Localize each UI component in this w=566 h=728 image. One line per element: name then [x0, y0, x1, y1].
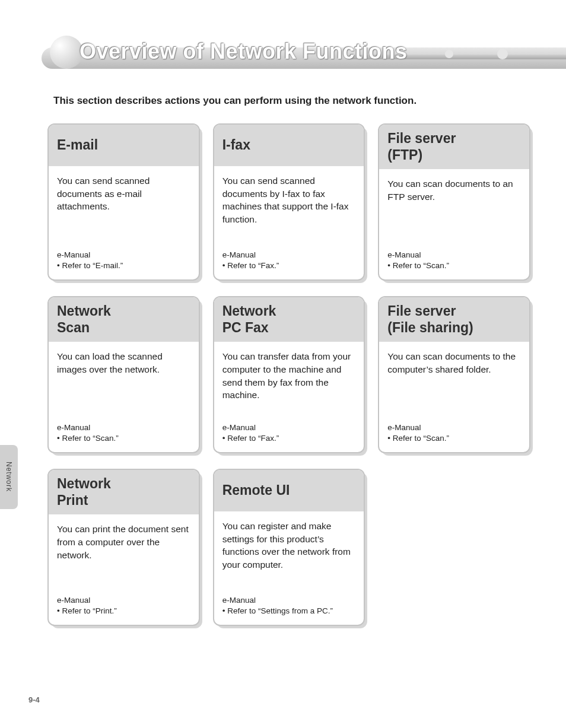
card-title: Network Scan — [57, 303, 111, 336]
ref-label: e-Manual — [387, 422, 521, 433]
card: Network PC Fax You can transfer data fro… — [213, 296, 365, 453]
card-title: File server (FTP) — [387, 131, 456, 163]
card-network-print: Network Print You can print the document… — [47, 469, 200, 626]
card-head: File server (FTP) — [379, 125, 529, 169]
card-description: You can transfer data from your computer… — [214, 342, 364, 417]
ref-label: e-Manual — [57, 595, 190, 606]
card-description: You can send scanned documents by I-fax … — [214, 166, 364, 245]
ref-label: e-Manual — [57, 422, 190, 433]
card-reference: e-Manual • Refer to “Scan.” — [49, 418, 199, 452]
intro-text: This section describes actions you can p… — [53, 95, 530, 107]
page-title: Overview of Network Functions — [80, 39, 408, 64]
card-title: Remote UI — [222, 482, 290, 499]
ref-text: • Refer to “Print.” — [57, 606, 190, 616]
card-remote-ui: Remote UI You can register and make sett… — [213, 469, 365, 626]
ref-text: • Refer to “Scan.” — [57, 433, 190, 444]
card-reference: e-Manual • Refer to “Settings from a PC.… — [214, 590, 364, 625]
card: Network Print You can print the document… — [47, 469, 200, 626]
ref-label: e-Manual — [222, 250, 356, 260]
decor-dot — [445, 50, 453, 58]
card: File server (File sharing) You can scan … — [378, 296, 530, 453]
ref-label: e-Manual — [222, 595, 356, 606]
page-number: 9-4 — [28, 695, 40, 704]
card-description: You can send scanned documents as e-mail… — [49, 166, 199, 245]
ref-text: • Refer to “Settings from a PC.” — [222, 606, 356, 616]
card-title: Network PC Fax — [222, 303, 276, 336]
card-reference: e-Manual • Refer to “Print.” — [49, 590, 199, 625]
decor-dot — [497, 49, 508, 59]
ref-text: • Refer to “Fax.” — [222, 260, 356, 271]
card: E-mail You can send scanned documents as… — [47, 123, 200, 281]
card-description: You can print the document sent from a c… — [49, 514, 199, 590]
card-description: You can scan documents to the computer’s… — [379, 342, 529, 417]
card-description: You can register and make settings for t… — [214, 511, 364, 590]
ref-label: e-Manual — [387, 250, 521, 260]
card: Network Scan You can load the scanned im… — [47, 296, 200, 453]
ref-label: e-Manual — [222, 422, 356, 433]
card-head: Remote UI — [214, 470, 364, 511]
page: Overview of Network Functions This secti… — [0, 0, 566, 728]
card-head: Network PC Fax — [214, 297, 364, 342]
card: File server (FTP) You can scan documents… — [378, 123, 530, 281]
card-title: E-mail — [57, 137, 98, 154]
card-head: E-mail — [49, 125, 199, 166]
title-bar: Overview of Network Functions — [42, 36, 530, 71]
card-reference: e-Manual • Refer to “Fax.” — [214, 245, 364, 279]
card-network-scan: Network Scan You can load the scanned im… — [47, 296, 200, 453]
card-reference: e-Manual • Refer to “Fax.” — [214, 418, 364, 452]
card-head: File server (File sharing) — [379, 297, 529, 342]
ref-text: • Refer to “E-mail.” — [57, 260, 190, 271]
ref-text: • Refer to “Fax.” — [222, 433, 356, 444]
card-title: File server (File sharing) — [387, 303, 473, 336]
card-ifax: I-fax You can send scanned documents by … — [213, 123, 365, 281]
card: I-fax You can send scanned documents by … — [213, 123, 365, 281]
ref-text: • Refer to “Scan.” — [387, 260, 521, 271]
ref-text: • Refer to “Scan.” — [387, 433, 521, 444]
card-ftp: File server (FTP) You can scan documents… — [378, 123, 530, 281]
card-reference: e-Manual • Refer to “Scan.” — [379, 418, 529, 452]
card-email: E-mail You can send scanned documents as… — [47, 123, 200, 281]
card-reference: e-Manual • Refer to “Scan.” — [379, 245, 529, 279]
card-title: Network Print — [57, 476, 111, 508]
card-title: I-fax — [222, 137, 250, 154]
card-grid: E-mail You can send scanned documents as… — [47, 123, 530, 626]
card-description: You can scan documents to an FTP server. — [379, 169, 529, 244]
card-network-pcfax: Network PC Fax You can transfer data fro… — [213, 296, 365, 453]
card-file-sharing: File server (File sharing) You can scan … — [378, 296, 530, 453]
empty-cell — [378, 469, 530, 626]
card-head: I-fax — [214, 125, 364, 166]
card-description: You can load the scanned images over the… — [49, 342, 199, 417]
card-reference: e-Manual • Refer to “E-mail.” — [49, 245, 199, 279]
card: Remote UI You can register and make sett… — [213, 469, 365, 626]
card-head: Network Scan — [49, 297, 199, 342]
bullet-icon — [50, 36, 83, 69]
ref-label: e-Manual — [57, 250, 190, 260]
card-head: Network Print — [49, 470, 199, 514]
